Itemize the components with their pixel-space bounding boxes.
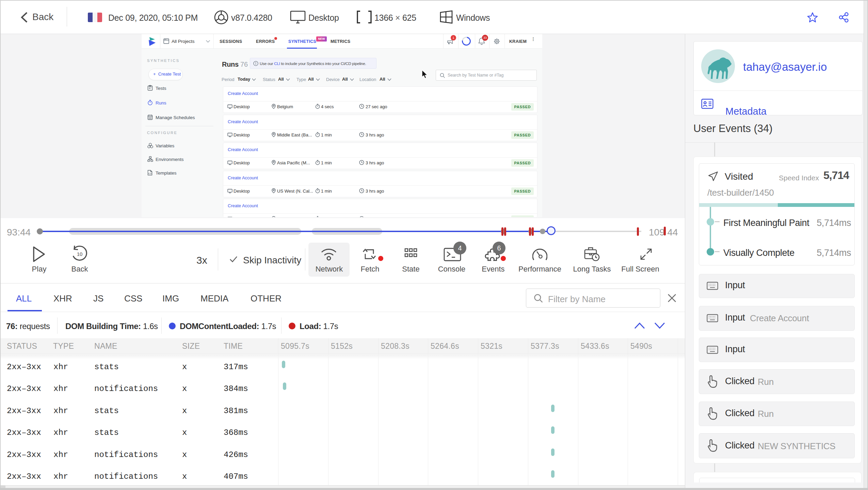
svg-text:10: 10 (77, 251, 83, 257)
